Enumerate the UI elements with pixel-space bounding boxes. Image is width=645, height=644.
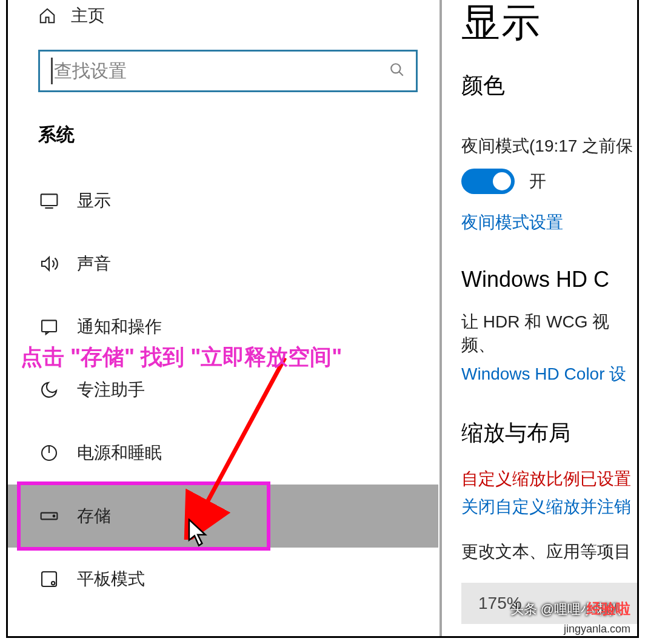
sidebar-item-label: 专注助手 — [77, 378, 145, 401]
sidebar-item-label: 声音 — [77, 252, 111, 275]
monitor-icon — [38, 191, 60, 210]
svg-rect-2 — [41, 194, 58, 206]
speaker-icon — [38, 254, 60, 273]
search-placeholder: 查找设置 — [51, 58, 389, 84]
svg-line-1 — [399, 72, 403, 76]
sidebar-item-label: 显示 — [77, 189, 111, 212]
sidebar-item-power[interactable]: 电源和睡眠 — [8, 421, 438, 485]
home-label: 主页 — [71, 4, 105, 27]
sidebar-item-storage[interactable]: 存储 — [8, 485, 438, 548]
page-title: 显示 — [461, 0, 637, 49]
svg-point-9 — [53, 515, 55, 517]
home-icon — [38, 7, 56, 25]
svg-point-11 — [52, 582, 55, 585]
scale-desc: 更改文本、应用等项目 — [461, 540, 637, 563]
search-input[interactable]: 查找设置 — [38, 50, 418, 92]
tablet-icon — [38, 569, 60, 589]
toggle-knob — [493, 172, 511, 190]
section-color-heading: 颜色 — [461, 71, 637, 101]
sidebar-item-label: 存储 — [77, 505, 111, 528]
sidebar-section-system: 系统 — [8, 92, 438, 169]
watermark-url: jingyanla.com — [564, 623, 630, 636]
moon-icon — [38, 380, 60, 400]
sidebar-item-tablet[interactable]: 平板模式 — [8, 548, 438, 611]
scale-signout-link[interactable]: 关闭自定义缩放并注销 — [461, 495, 637, 518]
sidebar-item-sound[interactable]: 声音 — [8, 232, 438, 295]
scale-layout-heading: 缩放与布局 — [461, 418, 637, 448]
home-nav-item[interactable]: 主页 — [8, 0, 438, 32]
sidebar-item-label: 平板模式 — [77, 568, 145, 591]
hd-color-link[interactable]: Windows HD Color 设 — [461, 363, 637, 386]
night-mode-settings-link[interactable]: 夜间模式设置 — [461, 211, 637, 234]
night-mode-label: 夜间模式(19:17 之前保 — [461, 135, 637, 158]
svg-marker-4 — [42, 257, 49, 270]
svg-rect-5 — [42, 320, 56, 332]
sidebar-item-label: 电源和睡眠 — [77, 441, 162, 465]
toggle-state-label: 开 — [529, 170, 546, 193]
annotation-text: 点击 "存储" 找到 "立即释放空间" — [21, 343, 342, 372]
power-icon — [38, 443, 60, 463]
svg-point-0 — [391, 64, 400, 73]
sidebar-item-label: 通知和操作 — [77, 315, 162, 338]
hd-color-heading: Windows HD C — [461, 267, 637, 292]
search-icon — [389, 62, 405, 80]
night-mode-toggle[interactable] — [461, 169, 515, 194]
notification-icon — [38, 317, 60, 337]
sidebar-item-display[interactable]: 显示 — [8, 169, 438, 232]
watermark-brand: 经验啦 — [587, 599, 630, 619]
scale-warning: 自定义缩放比例已设置 — [461, 468, 637, 491]
main-content: 显示 颜色 夜间模式(19:17 之前保 开 夜间模式设置 Windows HD… — [438, 0, 637, 636]
settings-sidebar: 主页 查找设置 系统 显示 声 — [8, 0, 438, 636]
storage-icon — [38, 506, 60, 526]
hd-color-desc: 让 HDR 和 WCG 视频、 — [461, 310, 637, 357]
